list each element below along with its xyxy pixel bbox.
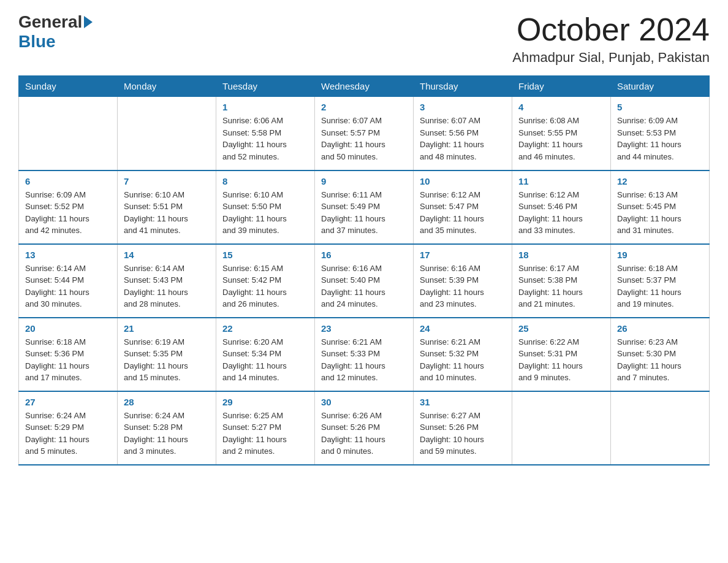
calendar-cell: 16Sunrise: 6:16 AMSunset: 5:40 PMDayligh…: [315, 244, 414, 318]
calendar-cell: 6Sunrise: 6:09 AMSunset: 5:52 PMDaylight…: [19, 170, 118, 244]
calendar-cell: 29Sunrise: 6:25 AMSunset: 5:27 PMDayligh…: [216, 391, 315, 465]
calendar-cell: 17Sunrise: 6:16 AMSunset: 5:39 PMDayligh…: [414, 244, 512, 318]
calendar-cell: [611, 391, 710, 465]
calendar-cell: 27Sunrise: 6:24 AMSunset: 5:29 PMDayligh…: [19, 391, 118, 465]
day-number: 11: [518, 176, 604, 186]
calendar-cell: 26Sunrise: 6:23 AMSunset: 5:30 PMDayligh…: [611, 318, 710, 391]
day-number: 28: [124, 397, 210, 407]
day-number: 5: [617, 102, 703, 112]
day-info: Sunrise: 6:21 AMSunset: 5:33 PMDaylight:…: [321, 336, 407, 384]
day-info: Sunrise: 6:25 AMSunset: 5:27 PMDaylight:…: [222, 410, 308, 458]
calendar-cell: 8Sunrise: 6:10 AMSunset: 5:50 PMDaylight…: [216, 170, 315, 244]
day-header-friday: Friday: [512, 76, 611, 97]
day-number: 17: [420, 250, 506, 260]
day-number: 16: [321, 250, 407, 260]
day-number: 3: [420, 102, 506, 112]
calendar-cell: 1Sunrise: 6:06 AMSunset: 5:58 PMDaylight…: [216, 97, 315, 170]
day-info: Sunrise: 6:06 AMSunset: 5:58 PMDaylight:…: [222, 115, 308, 163]
day-number: 6: [25, 176, 111, 186]
calendar-cell: 25Sunrise: 6:22 AMSunset: 5:31 PMDayligh…: [512, 318, 611, 391]
calendar-week-2: 6Sunrise: 6:09 AMSunset: 5:52 PMDaylight…: [19, 170, 710, 244]
calendar-cell: 14Sunrise: 6:14 AMSunset: 5:43 PMDayligh…: [118, 244, 216, 318]
calendar-cell: [512, 391, 611, 465]
day-header-tuesday: Tuesday: [216, 76, 315, 97]
calendar-cell: 4Sunrise: 6:08 AMSunset: 5:55 PMDaylight…: [512, 97, 611, 170]
day-number: 18: [518, 250, 604, 260]
day-number: 27: [25, 397, 111, 407]
day-info: Sunrise: 6:16 AMSunset: 5:39 PMDaylight:…: [420, 262, 506, 310]
day-number: 15: [222, 250, 308, 260]
day-info: Sunrise: 6:09 AMSunset: 5:53 PMDaylight:…: [617, 115, 703, 163]
day-info: Sunrise: 6:10 AMSunset: 5:51 PMDaylight:…: [124, 189, 210, 237]
day-info: Sunrise: 6:07 AMSunset: 5:57 PMDaylight:…: [321, 115, 407, 163]
day-info: Sunrise: 6:15 AMSunset: 5:42 PMDaylight:…: [222, 262, 308, 310]
day-number: 20: [25, 323, 111, 334]
day-number: 10: [420, 176, 506, 186]
calendar-cell: 22Sunrise: 6:20 AMSunset: 5:34 PMDayligh…: [216, 318, 315, 391]
day-header-monday: Monday: [118, 76, 216, 97]
day-number: 30: [321, 397, 407, 407]
day-info: Sunrise: 6:21 AMSunset: 5:32 PMDaylight:…: [420, 336, 506, 384]
calendar-week-5: 27Sunrise: 6:24 AMSunset: 5:29 PMDayligh…: [19, 391, 710, 465]
day-number: 31: [420, 397, 506, 407]
day-number: 25: [518, 323, 604, 334]
logo-general-text: General: [18, 12, 82, 32]
logo-arrow-icon: [84, 16, 93, 28]
day-number: 14: [124, 250, 210, 260]
day-number: 4: [518, 102, 604, 112]
calendar-cell: 18Sunrise: 6:17 AMSunset: 5:38 PMDayligh…: [512, 244, 611, 318]
day-info: Sunrise: 6:12 AMSunset: 5:46 PMDaylight:…: [518, 189, 604, 237]
day-header-thursday: Thursday: [414, 76, 512, 97]
day-number: 19: [617, 250, 703, 260]
day-info: Sunrise: 6:10 AMSunset: 5:50 PMDaylight:…: [222, 189, 308, 237]
day-info: Sunrise: 6:07 AMSunset: 5:56 PMDaylight:…: [420, 115, 506, 163]
day-info: Sunrise: 6:16 AMSunset: 5:40 PMDaylight:…: [321, 262, 407, 310]
day-info: Sunrise: 6:19 AMSunset: 5:35 PMDaylight:…: [124, 336, 210, 384]
calendar-cell: 20Sunrise: 6:18 AMSunset: 5:36 PMDayligh…: [19, 318, 118, 391]
calendar-cell: 23Sunrise: 6:21 AMSunset: 5:33 PMDayligh…: [315, 318, 414, 391]
month-title: October 2024: [512, 12, 710, 47]
day-header-sunday: Sunday: [19, 76, 118, 97]
calendar-cell: 19Sunrise: 6:18 AMSunset: 5:37 PMDayligh…: [611, 244, 710, 318]
day-number: 21: [124, 323, 210, 334]
calendar-cell: [118, 97, 216, 170]
calendar-table: SundayMondayTuesdayWednesdayThursdayFrid…: [18, 75, 710, 465]
logo: General Blue: [18, 12, 94, 52]
calendar-cell: 21Sunrise: 6:19 AMSunset: 5:35 PMDayligh…: [118, 318, 216, 391]
calendar-cell: 12Sunrise: 6:13 AMSunset: 5:45 PMDayligh…: [611, 170, 710, 244]
calendar-cell: 13Sunrise: 6:14 AMSunset: 5:44 PMDayligh…: [19, 244, 118, 318]
day-info: Sunrise: 6:12 AMSunset: 5:47 PMDaylight:…: [420, 189, 506, 237]
day-info: Sunrise: 6:11 AMSunset: 5:49 PMDaylight:…: [321, 189, 407, 237]
calendar-cell: 28Sunrise: 6:24 AMSunset: 5:28 PMDayligh…: [118, 391, 216, 465]
calendar-cell: 2Sunrise: 6:07 AMSunset: 5:57 PMDaylight…: [315, 97, 414, 170]
calendar-week-3: 13Sunrise: 6:14 AMSunset: 5:44 PMDayligh…: [19, 244, 710, 318]
calendar-cell: 31Sunrise: 6:27 AMSunset: 5:26 PMDayligh…: [414, 391, 512, 465]
day-info: Sunrise: 6:17 AMSunset: 5:38 PMDaylight:…: [518, 262, 604, 310]
day-header-wednesday: Wednesday: [315, 76, 414, 97]
calendar-cell: 11Sunrise: 6:12 AMSunset: 5:46 PMDayligh…: [512, 170, 611, 244]
day-number: 22: [222, 323, 308, 334]
day-number: 23: [321, 323, 407, 334]
calendar-week-1: 1Sunrise: 6:06 AMSunset: 5:58 PMDaylight…: [19, 97, 710, 170]
day-header-saturday: Saturday: [611, 76, 710, 97]
day-number: 2: [321, 102, 407, 112]
calendar-cell: 3Sunrise: 6:07 AMSunset: 5:56 PMDaylight…: [414, 97, 512, 170]
location-title: Ahmadpur Sial, Punjab, Pakistan: [512, 50, 710, 66]
calendar-header-row: SundayMondayTuesdayWednesdayThursdayFrid…: [19, 76, 710, 97]
day-info: Sunrise: 6:18 AMSunset: 5:37 PMDaylight:…: [617, 262, 703, 310]
calendar-cell: 7Sunrise: 6:10 AMSunset: 5:51 PMDaylight…: [118, 170, 216, 244]
day-number: 13: [25, 250, 111, 260]
day-info: Sunrise: 6:20 AMSunset: 5:34 PMDaylight:…: [222, 336, 308, 384]
calendar-cell: 10Sunrise: 6:12 AMSunset: 5:47 PMDayligh…: [414, 170, 512, 244]
day-info: Sunrise: 6:13 AMSunset: 5:45 PMDaylight:…: [617, 189, 703, 237]
calendar-cell: 24Sunrise: 6:21 AMSunset: 5:32 PMDayligh…: [414, 318, 512, 391]
calendar-cell: 5Sunrise: 6:09 AMSunset: 5:53 PMDaylight…: [611, 97, 710, 170]
day-info: Sunrise: 6:24 AMSunset: 5:28 PMDaylight:…: [124, 410, 210, 458]
day-number: 26: [617, 323, 703, 334]
calendar-week-4: 20Sunrise: 6:18 AMSunset: 5:36 PMDayligh…: [19, 318, 710, 391]
calendar-cell: 30Sunrise: 6:26 AMSunset: 5:26 PMDayligh…: [315, 391, 414, 465]
day-info: Sunrise: 6:18 AMSunset: 5:36 PMDaylight:…: [25, 336, 111, 384]
day-info: Sunrise: 6:09 AMSunset: 5:52 PMDaylight:…: [25, 189, 111, 237]
day-info: Sunrise: 6:22 AMSunset: 5:31 PMDaylight:…: [518, 336, 604, 384]
day-number: 12: [617, 176, 703, 186]
